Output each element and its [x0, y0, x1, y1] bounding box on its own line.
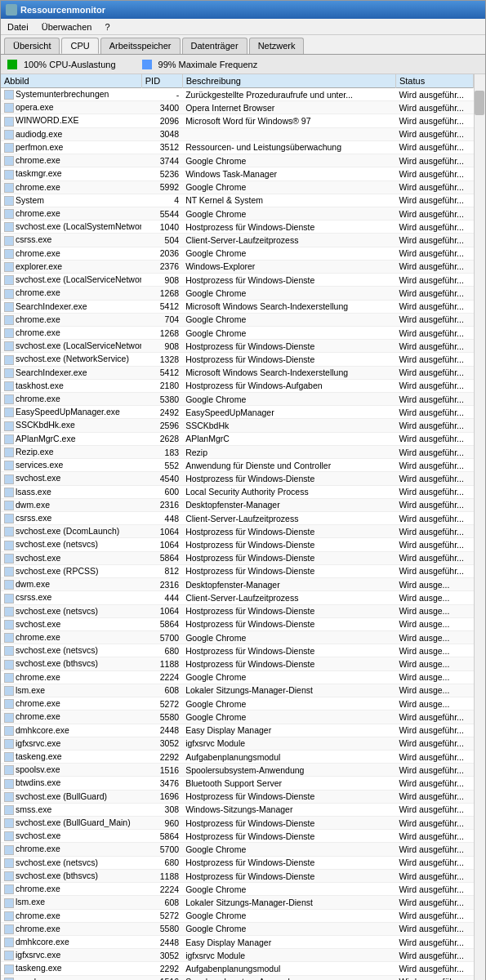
- table-row[interactable]: perfmon.exe3512Ressourcen- und Leistungs…: [1, 140, 474, 154]
- table-row[interactable]: taskhost.exe2180Hostprozess für Windows-…: [1, 379, 474, 392]
- table-row[interactable]: spoolsv.exe1516Spoolersubsystem-Anwendun…: [1, 764, 474, 777]
- table-row[interactable]: btwdins.exe3476Bluetooth Support ServerW…: [1, 777, 474, 790]
- table-row[interactable]: SSCKbdHk.exe2596SSCKbdHkWird ausgeführ..…: [1, 419, 474, 432]
- col-header-status[interactable]: Status: [395, 74, 473, 88]
- table-row[interactable]: svchost.exe (NetworkService)1328Hostproz…: [1, 353, 474, 366]
- scrollbar[interactable]: [474, 74, 485, 980]
- table-row[interactable]: taskmgr.exe5236Windows Task-ManagerWird …: [1, 167, 474, 180]
- table-row[interactable]: SearchIndexer.exe5412Microsoft Windows S…: [1, 300, 474, 313]
- table-row[interactable]: taskeng.exe2292AufgabenplanungsmodulWird…: [1, 962, 474, 975]
- table-row[interactable]: csrss.exe504Client-Server-Laufzeitprozes…: [1, 234, 474, 247]
- table-row[interactable]: svchost.exe (BullGuard_Main)960Hostproze…: [1, 817, 474, 830]
- table-row[interactable]: Rezip.exe183RezipWird ausgeführ...: [1, 445, 474, 458]
- process-desc-cell: Windows-Explorer: [182, 260, 395, 273]
- table-row[interactable]: chrome.exe5700Google ChromeWird ausgefüh…: [1, 843, 474, 856]
- table-row[interactable]: svchost.exe (bthsvcs)1188Hostprozess für…: [1, 869, 474, 882]
- tab-datentrager[interactable]: Datenträger: [182, 38, 247, 54]
- tab-arbeitsspeicher[interactable]: Arbeitsspeicher: [100, 38, 181, 54]
- table-row[interactable]: SearchIndexer.exe5412Microsoft Windows S…: [1, 366, 474, 379]
- table-row[interactable]: chrome.exe1268Google ChromeWird ausgefüh…: [1, 287, 474, 300]
- table-row[interactable]: svchost.exe (LocalServiceNetwork...)908H…: [1, 274, 474, 287]
- table-row[interactable]: chrome.exe5272Google ChromeWird ausgefüh…: [1, 909, 474, 922]
- process-name-cell: svchost.exe: [1, 617, 141, 630]
- table-row[interactable]: lsm.exe608Lokaler Sitzungs-Manager-Diens…: [1, 684, 474, 697]
- table-row[interactable]: opera.exe3400Opera Internet BrowserWird …: [1, 101, 474, 114]
- table-row[interactable]: chrome.exe5700Google ChromeWird ausge...: [1, 630, 474, 644]
- table-row[interactable]: csrss.exe444Client-Server-Laufzeitprozes…: [1, 591, 474, 604]
- table-row[interactable]: chrome.exe2224Google ChromeWird ausge...: [1, 670, 474, 684]
- table-row[interactable]: chrome.exe1268Google ChromeWird ausgefüh…: [1, 326, 474, 339]
- table-row[interactable]: svchost.exe4540Hostprozess für Windows-D…: [1, 472, 474, 485]
- menu-datei[interactable]: Datei: [4, 21, 32, 33]
- table-row[interactable]: svchost.exe (netsvcs)680Hostprozess für …: [1, 644, 474, 657]
- table-row[interactable]: svchost.exe (bthsvcs)1188Hostprozess für…: [1, 657, 474, 670]
- table-row[interactable]: chrome.exe704Google ChromeWird ausgeführ…: [1, 313, 474, 326]
- table-row[interactable]: csrss.exe448Client-Server-Laufzeitprozes…: [1, 512, 474, 525]
- table-row[interactable]: igfxsrvc.exe3052igfxsrvc ModuleWird ausg…: [1, 949, 474, 962]
- table-row[interactable]: chrome.exe2036Google ChromeWird ausgefüh…: [1, 247, 474, 260]
- table-row[interactable]: dwm.exe2316Desktopfenster-ManagerWird au…: [1, 498, 474, 511]
- process-desc-cell: Hostprozess für Windows-Dienste: [182, 644, 395, 657]
- process-status-cell: Wird ausgeführ...: [395, 949, 473, 962]
- process-desc-cell: Local Security Authority Process: [182, 485, 395, 498]
- table-row[interactable]: chrome.exe5992Google ChromeWird ausgefüh…: [1, 180, 474, 194]
- col-header-beschreibung[interactable]: Beschreibung: [182, 74, 395, 88]
- table-row[interactable]: lsass.exe600Local Security Authority Pro…: [1, 485, 474, 498]
- table-row[interactable]: chrome.exe3744Google ChromeWird ausgefüh…: [1, 154, 474, 167]
- table-row[interactable]: spoolsv.exe1516Spoolersubsystem-Anwendun…: [1, 975, 474, 980]
- menu-uberwachen[interactable]: Überwachen: [38, 21, 96, 33]
- table-row[interactable]: System4NT Kernel & SystemWird ausgeführ.…: [1, 194, 474, 207]
- table-row[interactable]: dwm.exe2316Desktopfenster-ManagerWird au…: [1, 578, 474, 591]
- table-row[interactable]: services.exe552Anwendung für Dienste und…: [1, 459, 474, 472]
- process-desc-cell: Aufgabenplanungsmodul: [182, 962, 395, 975]
- table-row[interactable]: taskeng.exe2292AufgabenplanungsmodulWird…: [1, 750, 474, 763]
- col-header-abbild[interactable]: Abbild: [1, 74, 141, 88]
- table-row[interactable]: lsm.exe608Lokaler Sitzungs-Manager-Diens…: [1, 896, 474, 909]
- table-row[interactable]: dmhkcore.exe2448Easy Display ManagerWird…: [1, 936, 474, 949]
- table-row[interactable]: EasySpeedUpManager.exe2492EasySpeedUpMan…: [1, 406, 474, 419]
- table-row[interactable]: smss.exe308Windows-Sitzungs-ManagerWird …: [1, 803, 474, 816]
- process-desc-cell: Google Chrome: [182, 883, 395, 896]
- table-row[interactable]: explorer.exe2376Windows-ExplorerWird aus…: [1, 260, 474, 273]
- table-row[interactable]: svchost.exe (RPCSS)812Hostprozess für Wi…: [1, 564, 474, 577]
- table-row[interactable]: svchost.exe (BullGuard)1696Hostprozess f…: [1, 790, 474, 803]
- table-row[interactable]: chrome.exe5544Google ChromeWird ausgefüh…: [1, 207, 474, 220]
- table-row[interactable]: svchost.exe5864Hostprozess für Windows-D…: [1, 551, 474, 564]
- table-row[interactable]: dmhkcore.exe2448Easy Display ManagerWird…: [1, 724, 474, 737]
- table-row[interactable]: chrome.exe5272Google ChromeWird ausge...: [1, 697, 474, 710]
- process-table: Abbild PID Beschreibung Status Systemunt…: [1, 74, 474, 980]
- table-row[interactable]: svchost.exe (netsvcs)1064Hostprozess für…: [1, 538, 474, 551]
- menu-help[interactable]: ?: [101, 21, 113, 33]
- process-pid-cell: 552: [141, 459, 182, 472]
- table-row[interactable]: chrome.exe5380Google ChromeWird ausgefüh…: [1, 393, 474, 406]
- table-row[interactable]: svchost.exe (LocalSystemNetwork...)1040H…: [1, 220, 474, 234]
- tab-ubersicht[interactable]: Übersicht: [4, 38, 60, 54]
- table-row[interactable]: svchost.exe5864Hostprozess für Windows-D…: [1, 617, 474, 630]
- table-row[interactable]: chrome.exe5580Google ChromeWird ausgefüh…: [1, 922, 474, 935]
- process-desc-cell: Hostprozess für Windows-Dienste: [182, 220, 395, 234]
- process-icon: [4, 739, 14, 749]
- tab-cpu[interactable]: CPU: [61, 38, 98, 54]
- process-pid-cell: 1040: [141, 220, 182, 234]
- table-row[interactable]: chrome.exe2224Google ChromeWird ausgefüh…: [1, 883, 474, 896]
- table-row[interactable]: svchost.exe (LocalServiceNetwork...)908H…: [1, 340, 474, 353]
- col-header-pid[interactable]: PID: [141, 74, 182, 88]
- process-icon: [4, 871, 14, 881]
- process-pid-cell: 2628: [141, 432, 182, 445]
- table-row[interactable]: igfxsrvc.exe3052igfxsrvc ModuleWird ausg…: [1, 737, 474, 750]
- tab-netzwerk[interactable]: Netzwerk: [249, 38, 305, 54]
- table-row[interactable]: Systemunterbrechungen-Zurückgestellte Pr…: [1, 88, 474, 101]
- process-status-cell: Wird ausgeführ...: [395, 525, 473, 538]
- process-icon: [4, 275, 14, 285]
- table-row[interactable]: svchost.exe (netsvcs)680Hostprozess für …: [1, 856, 474, 869]
- table-row[interactable]: APlanMgrC.exe2628APlanMgrCWird ausgeführ…: [1, 432, 474, 445]
- table-row[interactable]: audiodg.exe3048Wird ausgeführ...: [1, 127, 474, 140]
- table-row[interactable]: chrome.exe5580Google ChromeWird ausgefüh…: [1, 710, 474, 724]
- table-row[interactable]: WINWORD.EXE2096Microsoft Word für Window…: [1, 114, 474, 127]
- table-row[interactable]: svchost.exe (netsvcs)1064Hostprozess für…: [1, 604, 474, 617]
- table-row[interactable]: svchost.exe5864Hostprozess für Windows-D…: [1, 830, 474, 843]
- process-name-cell: chrome.exe: [1, 922, 141, 935]
- process-icon: [4, 938, 14, 947]
- process-pid-cell: 2492: [141, 406, 182, 419]
- table-row[interactable]: svchost.exe (DcomLaunch)1064Hostprozess …: [1, 525, 474, 538]
